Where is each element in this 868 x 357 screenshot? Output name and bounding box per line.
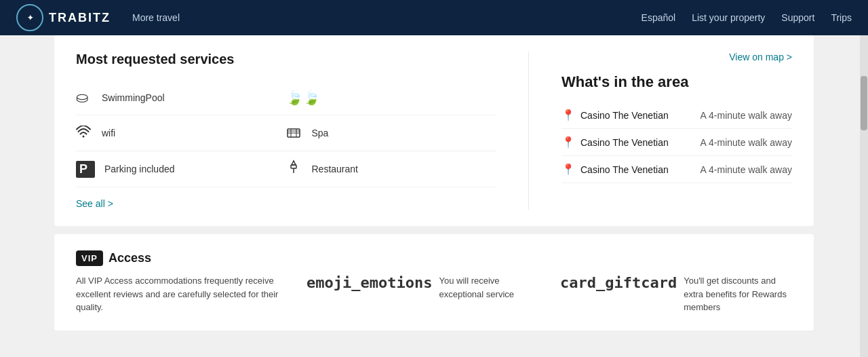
nav-espanol[interactable]: Español	[642, 12, 676, 23]
parking-icon: P	[76, 161, 95, 178]
logo[interactable]: ✦ TRABITZ	[16, 4, 111, 31]
logo-circle: ✦	[16, 4, 43, 31]
logo-icon: ✦	[27, 14, 33, 22]
service-item-wifi: wifi	[76, 115, 286, 151]
service-item-parking: P Parking included	[76, 151, 286, 187]
pin-icon-2: 📍	[561, 163, 575, 176]
vip-feature-1: card_giftcard You'll get discounts and e…	[560, 274, 792, 314]
vip-features: emoji_emotions You will receive exceptio…	[307, 274, 792, 314]
vip-header: VIP Access	[76, 250, 792, 266]
area-distance-0: A 4-minute walk away	[701, 110, 792, 121]
area-name-0: Casino The Venetian	[580, 110, 695, 121]
service-item-deco1: 🍃🍃	[286, 81, 496, 115]
area-distance-1: A 4-minute walk away	[701, 137, 792, 148]
services-grid: ⛀ SwimmingPool 🍃🍃 wifi	[76, 81, 496, 187]
see-all-link[interactable]: See all >	[76, 198, 113, 209]
pin-icon-0: 📍	[561, 109, 575, 121]
nav-trips[interactable]: Trips	[831, 12, 852, 23]
vip-body: All VIP Access accommodations frequently…	[76, 274, 792, 314]
spa-label: Spa	[312, 128, 329, 138]
svg-point-0	[83, 136, 85, 138]
restaurant-icon	[286, 159, 305, 178]
pin-icon-1: 📍	[561, 136, 575, 149]
area-item-1: 📍 Casino The Venetian A 4-minute walk aw…	[561, 129, 792, 156]
nav-list-property[interactable]: List your property	[692, 12, 765, 23]
scrollbar-thumb[interactable]	[861, 76, 867, 130]
service-item-restaurant: Restaurant	[286, 151, 496, 187]
services-title: Most requested services	[76, 52, 496, 67]
scrollbar[interactable]	[860, 35, 868, 357]
navbar: ✦ TRABITZ More travel Español List your …	[0, 0, 868, 35]
area-column: View on map > What's in the area 📍 Casin…	[561, 52, 792, 210]
view-on-map-link[interactable]: View on map >	[561, 52, 792, 62]
area-title: What's in the area	[561, 73, 792, 91]
logo-text: TRABITZ	[49, 11, 111, 25]
restaurant-label: Restaurant	[312, 164, 358, 174]
services-column: Most requested services ⛀ SwimmingPool 🍃…	[76, 52, 496, 210]
pool-icon: ⛀	[76, 89, 95, 107]
svg-rect-6	[291, 165, 296, 168]
vip-description: All VIP Access accommodations frequently…	[76, 274, 279, 314]
nav-more-travel[interactable]: More travel	[132, 12, 180, 23]
vip-feature-0: emoji_emotions You will receive exceptio…	[307, 274, 538, 314]
vip-badge: VIP	[76, 250, 103, 266]
navbar-right: Español List your property Support Trips	[642, 12, 852, 23]
services-area-card: Most requested services ⛀ SwimmingPool 🍃…	[54, 35, 814, 226]
vip-feature-0-text: You will receive exceptional service	[439, 274, 538, 301]
deco1-icon: 🍃🍃	[286, 90, 320, 106]
area-item-0: 📍 Casino The Venetian A 4-minute walk aw…	[561, 102, 792, 129]
vip-section: VIP Access All VIP Access accommodations…	[54, 234, 814, 331]
main-content: Most requested services ⛀ SwimmingPool 🍃…	[0, 35, 868, 357]
divider	[528, 52, 529, 210]
area-name-1: Casino The Venetian	[580, 137, 695, 148]
navbar-left: ✦ TRABITZ More travel	[16, 4, 180, 31]
spa-icon	[286, 124, 305, 143]
vip-access-label: Access	[108, 251, 151, 265]
vip-feature-0-icon: emoji_emotions	[307, 274, 432, 291]
area-distance-2: A 4-minute walk away	[701, 164, 792, 175]
area-item-2: 📍 Casino The Venetian A 4-minute walk aw…	[561, 156, 792, 183]
parking-label: Parking included	[104, 164, 175, 174]
service-item-spa: Spa	[286, 115, 496, 151]
nav-support[interactable]: Support	[781, 12, 814, 23]
service-item-pool: ⛀ SwimmingPool	[76, 81, 286, 115]
area-name-2: Casino The Venetian	[580, 164, 695, 175]
wifi-label: wifi	[102, 128, 115, 138]
vip-feature-1-text: You'll get discounts and extra benefits …	[684, 274, 792, 314]
pool-label: SwimmingPool	[102, 92, 165, 103]
wifi-icon	[76, 124, 95, 142]
vip-feature-1-icon: card_giftcard	[560, 274, 677, 291]
